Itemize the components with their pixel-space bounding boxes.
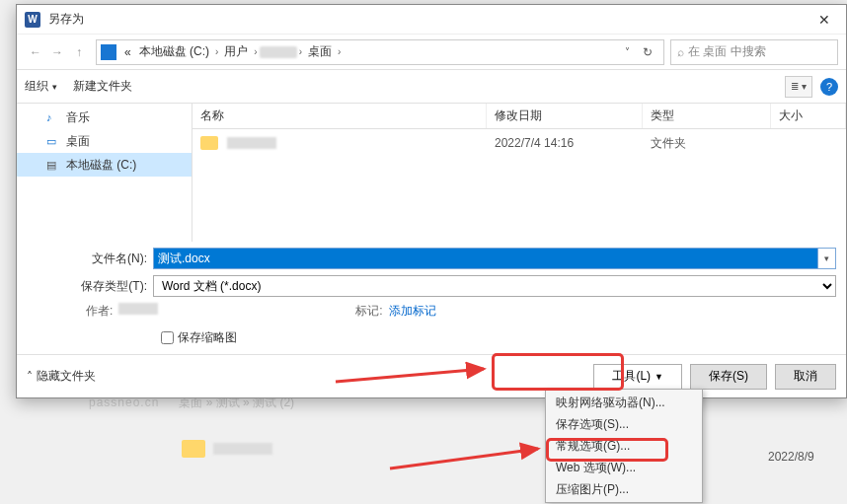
filename-input[interactable] xyxy=(153,248,818,269)
list-item[interactable]: 2022/7/4 14:16 文件夹 xyxy=(192,129,846,157)
file-type: 文件夹 xyxy=(643,135,771,152)
savetype-label: 保存类型(T): xyxy=(27,278,153,295)
crumb-guillemet: « xyxy=(120,45,135,59)
address-dropdown-icon[interactable]: ˅ xyxy=(619,46,636,57)
crumb-desktop[interactable]: 桌面 xyxy=(304,43,336,60)
toolbar: 组织 ▾ 新建文件夹 ≣ ▾ ? xyxy=(17,70,846,104)
nav-fwd-icon[interactable]: → xyxy=(46,41,68,63)
help-icon[interactable]: ? xyxy=(820,78,838,96)
blurred-foldername xyxy=(213,443,272,455)
nav-up-icon[interactable]: ↑ xyxy=(68,41,90,63)
cancel-button[interactable]: 取消 xyxy=(775,364,836,390)
word-app-icon: W xyxy=(25,12,40,28)
tools-dropdown: 映射网络驱动器(N)... 保存选项(S)... 常规选项(G)... Web … xyxy=(545,389,703,503)
thumbnail-checkbox-input[interactable] xyxy=(161,331,174,344)
save-button[interactable]: 保存(S) xyxy=(690,364,767,390)
filename-label: 文件名(N): xyxy=(27,251,153,267)
file-date: 2022/7/4 14:16 xyxy=(487,136,643,150)
music-icon: ♪ xyxy=(46,111,60,123)
save-form: 文件名(N): ▾ 保存类型(T): Word 文档 (*.docx) 作者: … xyxy=(17,242,846,354)
menu-map-drive[interactable]: 映射网络驱动器(N)... xyxy=(546,392,702,413)
col-type[interactable]: 类型 xyxy=(643,104,771,128)
chevron-right-icon: › xyxy=(213,46,220,57)
blurred-username xyxy=(260,46,297,58)
titlebar: W 另存为 ✕ xyxy=(17,5,846,35)
savetype-select[interactable]: Word 文档 (*.docx) xyxy=(153,275,836,297)
drive-icon xyxy=(101,44,116,60)
blurred-author xyxy=(118,303,158,315)
menu-save-options[interactable]: 保存选项(S)... xyxy=(546,413,702,435)
annotation-arrow-2 xyxy=(390,434,548,477)
behind-file-date: 2022/8/9 xyxy=(768,450,814,464)
close-icon[interactable]: ✕ xyxy=(810,8,838,32)
col-size[interactable]: 大小 xyxy=(771,104,846,128)
menu-compress-pictures[interactable]: 压缩图片(P)... xyxy=(546,478,702,500)
nav-row: ← → ↑ « 本地磁盘 (C:) › 用户 › › 桌面 › ˅ ↻ ⌕ 在 … xyxy=(17,35,846,70)
new-folder-button[interactable]: 新建文件夹 xyxy=(73,78,132,95)
svg-line-1 xyxy=(390,449,538,468)
view-options-button[interactable]: ≣ ▾ xyxy=(785,76,812,98)
author-label: 作者: xyxy=(86,303,113,320)
chevron-up-icon: ˄ xyxy=(27,370,33,384)
menu-web-options[interactable]: Web 选项(W)... xyxy=(546,457,702,478)
nav-back-icon[interactable]: ← xyxy=(25,41,46,63)
search-input[interactable]: ⌕ 在 桌面 中搜索 xyxy=(670,39,838,65)
blurred-foldername xyxy=(227,137,276,149)
thumbnail-checkbox[interactable]: 保存缩略图 xyxy=(161,329,836,346)
list-header: 名称 修改日期 类型 大小 xyxy=(192,104,846,129)
address-bar[interactable]: « 本地磁盘 (C:) › 用户 › › 桌面 › ˅ ↻ xyxy=(96,39,664,65)
chevron-right-icon: › xyxy=(336,46,343,57)
search-icon: ⌕ xyxy=(677,45,684,59)
organize-button[interactable]: 组织 ▾ xyxy=(25,78,57,95)
crumb-drive[interactable]: 本地磁盘 (C:) xyxy=(135,43,213,60)
file-list: 名称 修改日期 类型 大小 2022/7/4 14:16 文件夹 xyxy=(192,104,846,242)
chevron-right-icon: › xyxy=(297,46,304,57)
col-name[interactable]: 名称 xyxy=(192,104,487,128)
col-date[interactable]: 修改日期 xyxy=(487,104,643,128)
desktop-icon: ▭ xyxy=(46,135,60,148)
hide-folders-toggle[interactable]: ˄ 隐藏文件夹 xyxy=(27,368,96,385)
sidebar-item-music[interactable]: ♪ 音乐 xyxy=(17,106,192,129)
caret-down-icon: ▼ xyxy=(654,372,663,382)
save-as-dialog: W 另存为 ✕ ← → ↑ « 本地磁盘 (C:) › 用户 › › 桌面 › … xyxy=(16,4,847,398)
drive-icon: ▤ xyxy=(46,159,60,172)
crumb-users[interactable]: 用户 xyxy=(220,43,252,60)
dialog-title: 另存为 xyxy=(48,11,810,28)
sidebar: ♪ 音乐 ▭ 桌面 ▤ 本地磁盘 (C:) xyxy=(17,104,192,242)
tools-button[interactable]: 工具(L)▼ xyxy=(593,364,682,390)
tags-label: 标记: xyxy=(355,303,382,320)
sidebar-item-desktop[interactable]: ▭ 桌面 xyxy=(17,129,192,153)
search-placeholder: 在 桌面 中搜索 xyxy=(688,43,766,60)
chevron-right-icon: › xyxy=(252,46,259,57)
folder-icon xyxy=(200,136,218,150)
dialog-footer: ˄ 隐藏文件夹 工具(L)▼ 保存(S) 取消 xyxy=(17,354,846,397)
refresh-icon[interactable]: ↻ xyxy=(636,45,659,59)
menu-general-options[interactable]: 常规选项(G)... xyxy=(546,435,702,457)
filename-dropdown-icon[interactable]: ▾ xyxy=(818,248,836,269)
sidebar-item-cdrive[interactable]: ▤ 本地磁盘 (C:) xyxy=(17,153,192,177)
folder-icon xyxy=(182,440,205,458)
tags-add-link[interactable]: 添加标记 xyxy=(389,303,436,320)
